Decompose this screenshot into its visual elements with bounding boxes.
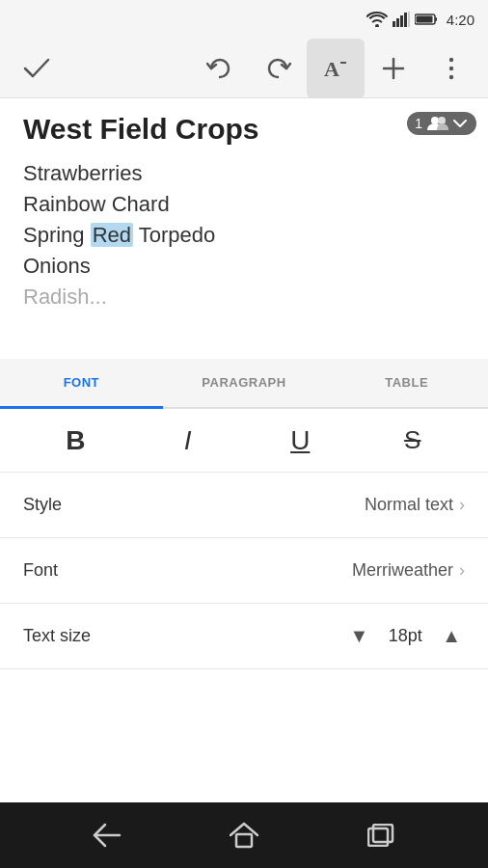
font-label: Font (23, 560, 352, 581)
svg-rect-4 (408, 12, 410, 27)
collab-users-icon (427, 116, 448, 131)
wifi-icon (366, 12, 388, 27)
text-size-label: Text size (23, 626, 345, 646)
svg-point-16 (438, 117, 446, 124)
back-button[interactable] (78, 811, 136, 859)
style-value: Normal text › (365, 495, 465, 515)
svg-rect-1 (396, 18, 399, 27)
text-size-row: Text size ▼ 18pt ▲ (0, 604, 488, 669)
doc-line-3-after: Torpedo (133, 223, 215, 247)
tab-table[interactable]: TABLE (325, 359, 488, 409)
format-text-button[interactable]: A (307, 39, 365, 98)
svg-point-13 (449, 66, 453, 69)
svg-point-14 (449, 74, 453, 78)
document-area: West Field Crops 1 Strawberries Rainbow … (0, 98, 488, 359)
strikethrough-icon: S (404, 425, 420, 455)
style-chevron-right-icon: › (459, 495, 465, 515)
style-label: Style (23, 495, 365, 515)
style-value-text: Normal text (365, 495, 453, 515)
style-row[interactable]: Style Normal text › (0, 473, 488, 538)
underline-icon: U (290, 425, 310, 456)
svg-rect-2 (400, 15, 403, 27)
status-icons: 4:20 (366, 12, 474, 28)
svg-point-12 (449, 57, 453, 61)
text-size-value: 18pt (386, 626, 424, 646)
font-row[interactable]: Font Merriweather › (0, 538, 488, 604)
text-size-controls: ▼ 18pt ▲ (345, 621, 465, 651)
italic-icon: I (184, 425, 192, 456)
signal-icon (393, 12, 410, 27)
format-options: B I U S (0, 409, 488, 473)
svg-rect-3 (404, 13, 407, 27)
more-button[interactable] (422, 39, 480, 98)
font-value-text: Merriweather (352, 560, 453, 581)
svg-rect-7 (416, 16, 432, 23)
text-size-decrease-button[interactable]: ▼ (345, 621, 372, 651)
svg-rect-18 (236, 834, 252, 847)
collab-count: 1 (415, 116, 422, 131)
doc-line-5: Radish... (23, 282, 465, 312)
svg-rect-6 (435, 17, 437, 21)
tab-font[interactable]: FONT (0, 359, 163, 409)
doc-line-4: Onions (23, 251, 465, 282)
check-button[interactable] (8, 39, 66, 98)
font-chevron-right-icon: › (459, 560, 465, 581)
bold-icon: B (66, 425, 85, 456)
add-button[interactable] (365, 39, 422, 98)
underline-button[interactable]: U (271, 409, 329, 473)
italic-button[interactable]: I (159, 409, 217, 473)
text-size-increase-button[interactable]: ▲ (438, 621, 465, 651)
doc-fade (0, 330, 488, 359)
bold-button[interactable]: B (46, 409, 104, 473)
collab-chevron-down-icon (453, 119, 467, 128)
collab-badge[interactable]: 1 (407, 112, 476, 135)
nav-bar (0, 802, 488, 868)
tab-paragraph[interactable]: PARAGRAPH (163, 359, 326, 409)
doc-content: Strawberries Rainbow Chard Spring Red To… (23, 158, 465, 312)
svg-rect-20 (373, 825, 393, 842)
doc-highlighted-word: Red (91, 223, 133, 247)
redo-button[interactable] (249, 39, 307, 98)
status-bar: 4:20 (0, 0, 488, 39)
font-value: Merriweather › (352, 560, 465, 581)
doc-line-3: Spring Red Torpedo (23, 220, 465, 251)
svg-rect-0 (393, 21, 395, 27)
toolbar: A (0, 39, 488, 98)
strikethrough-button[interactable]: S (384, 409, 442, 473)
doc-line-1: Strawberries (23, 158, 465, 189)
undo-button[interactable] (191, 39, 249, 98)
format-tabs: FONT PARAGRAPH TABLE (0, 359, 488, 409)
doc-line-3-before: Spring (23, 223, 91, 247)
status-time: 4:20 (447, 12, 474, 28)
battery-icon (415, 13, 438, 26)
doc-title: West Field Crops (23, 112, 465, 147)
home-button[interactable] (215, 811, 273, 859)
recent-apps-button[interactable] (352, 811, 410, 859)
svg-point-15 (431, 117, 439, 124)
svg-text:A: A (324, 57, 339, 80)
doc-line-2: Rainbow Chard (23, 189, 465, 220)
svg-rect-19 (368, 828, 388, 846)
